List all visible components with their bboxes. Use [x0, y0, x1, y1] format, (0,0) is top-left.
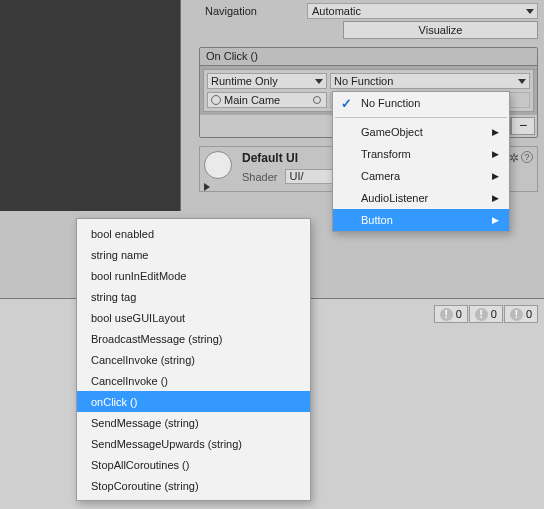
menu-item[interactable]: GameObject▶ [333, 121, 509, 143]
foldout-arrow-icon[interactable] [204, 183, 210, 191]
material-preview-icon [204, 151, 232, 179]
function-value: No Function [334, 75, 393, 87]
check-icon: ✓ [341, 96, 352, 111]
submenu-item[interactable]: onClick () [77, 391, 310, 412]
submenu-item[interactable]: bool useGUILayout [77, 307, 310, 328]
separator [335, 117, 507, 118]
submenu-item[interactable]: StopAllCoroutines () [77, 454, 310, 475]
menu-item[interactable]: AudioListener▶ [333, 187, 509, 209]
submenu-item[interactable]: StopCoroutine (string) [77, 475, 310, 496]
menu-item[interactable]: ✓No Function [333, 92, 509, 114]
remove-listener-button[interactable]: − [511, 117, 535, 135]
error-badge[interactable]: ! 0 [504, 305, 538, 323]
submenu-item[interactable]: CancelInvoke () [77, 370, 310, 391]
object-type-icon [211, 95, 221, 105]
menu-item-label: Transform [361, 148, 411, 160]
member-submenu[interactable]: bool enabledstring namebool runInEditMod… [76, 218, 311, 501]
submenu-item-label: bool useGUILayout [91, 312, 185, 324]
submenu-item[interactable]: string tag [77, 286, 310, 307]
submenu-arrow-icon: ▶ [492, 215, 499, 225]
menu-item[interactable]: Transform▶ [333, 143, 509, 165]
help-icon[interactable]: ? [521, 151, 533, 163]
scene-preview-panel [0, 0, 181, 211]
submenu-item-label: bool runInEditMode [91, 270, 186, 282]
shader-value: UI/ [289, 170, 303, 182]
submenu-item-label: BroadcastMessage (string) [91, 333, 222, 345]
chevron-down-icon [315, 79, 323, 84]
status-bar: ! 0 ! 0 ! 0 [434, 305, 538, 323]
submenu-item[interactable]: bool enabled [77, 223, 310, 244]
info-badge[interactable]: ! 0 [434, 305, 468, 323]
submenu-item-label: bool enabled [91, 228, 154, 240]
submenu-item-label: string name [91, 249, 148, 261]
menu-item[interactable]: Camera▶ [333, 165, 509, 187]
shader-label: Shader [242, 171, 277, 183]
submenu-item[interactable]: SendMessage (string) [77, 412, 310, 433]
menu-item-label: AudioListener [361, 192, 428, 204]
error-icon: ! [510, 308, 523, 321]
navigation-dropdown[interactable]: Automatic [307, 3, 538, 19]
material-title: Default UI [242, 151, 298, 165]
submenu-item-label: string tag [91, 291, 136, 303]
submenu-item-label: CancelInvoke () [91, 375, 168, 387]
submenu-item-label: CancelInvoke (string) [91, 354, 195, 366]
submenu-arrow-icon: ▶ [492, 193, 499, 203]
gear-icon[interactable]: ✲ [509, 151, 519, 165]
warn-badge[interactable]: ! 0 [469, 305, 503, 323]
submenu-arrow-icon: ▶ [492, 171, 499, 181]
warn-count: 0 [491, 308, 497, 320]
warn-icon: ! [475, 308, 488, 321]
submenu-item-label: SendMessageUpwards (string) [91, 438, 242, 450]
menu-item-label: Button [361, 214, 393, 226]
submenu-item-label: SendMessage (string) [91, 417, 199, 429]
submenu-item-label: StopCoroutine (string) [91, 480, 199, 492]
chevron-down-icon [518, 79, 526, 84]
submenu-item-label: StopAllCoroutines () [91, 459, 189, 471]
submenu-item[interactable]: string name [77, 244, 310, 265]
navigation-value: Automatic [312, 5, 361, 17]
submenu-arrow-icon: ▶ [492, 149, 499, 159]
visualize-button[interactable]: Visualize [343, 21, 538, 39]
runtime-value: Runtime Only [211, 75, 278, 87]
menu-item-label: No Function [361, 97, 420, 109]
onclick-header: On Click () [200, 48, 537, 66]
menu-item-label: GameObject [361, 126, 423, 138]
menu-item-label: Camera [361, 170, 400, 182]
info-icon: ! [440, 308, 453, 321]
submenu-item-label: onClick () [91, 396, 137, 408]
submenu-item[interactable]: CancelInvoke (string) [77, 349, 310, 370]
submenu-arrow-icon: ▶ [492, 127, 499, 137]
submenu-item[interactable]: BroadcastMessage (string) [77, 328, 310, 349]
chevron-down-icon [526, 9, 534, 14]
error-count: 0 [526, 308, 532, 320]
info-count: 0 [456, 308, 462, 320]
runtime-dropdown[interactable]: Runtime Only [207, 73, 327, 89]
object-name: Main Came [224, 93, 280, 107]
object-slot[interactable]: Main Came [207, 92, 327, 108]
menu-item[interactable]: Button▶ [333, 209, 509, 231]
object-picker-icon[interactable] [313, 96, 321, 104]
navigation-label: Navigation [181, 5, 307, 17]
submenu-item[interactable]: bool runInEditMode [77, 265, 310, 286]
function-dropdown[interactable]: No Function [330, 73, 530, 89]
submenu-item[interactable]: SendMessageUpwards (string) [77, 433, 310, 454]
function-menu[interactable]: ✓No FunctionGameObject▶Transform▶Camera▶… [332, 91, 510, 232]
